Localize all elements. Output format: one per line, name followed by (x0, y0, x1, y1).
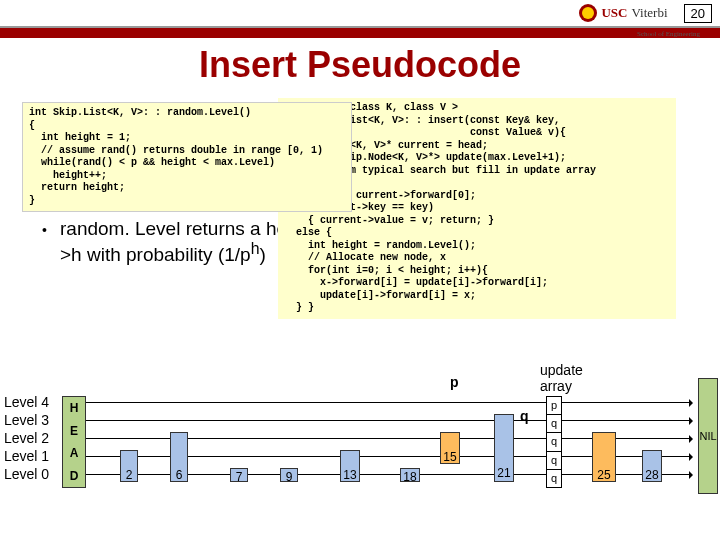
line-lvl4 (86, 402, 692, 403)
q-label: q (520, 408, 529, 424)
level-1-label: Level 1 (4, 448, 49, 464)
line-lvl3 (86, 420, 692, 421)
node-28: 28 (642, 450, 662, 482)
update-cell-0: q (547, 470, 561, 487)
node-6-val: 6 (171, 467, 187, 483)
level-0-label: Level 0 (4, 466, 49, 482)
skiplist-diagram: Level 4 Level 3 Level 2 Level 1 Level 0 … (0, 370, 720, 540)
header-bar: USC Viterbi 20 (0, 0, 720, 28)
node-2: 2 (120, 450, 138, 482)
head-D: D (70, 469, 79, 483)
update-cell-3: q (547, 415, 561, 433)
node-13-val: 13 (341, 467, 359, 483)
update-cell-2: q (547, 433, 561, 451)
level-3-label: Level 3 (4, 412, 49, 428)
head-H: H (70, 401, 79, 415)
node-28-val: 28 (643, 467, 661, 483)
node-2-val: 2 (121, 467, 137, 483)
node-13: 13 (340, 450, 360, 482)
node-15-val: 15 (441, 449, 459, 465)
node-7: 7 (230, 468, 248, 482)
level-4-label: Level 4 (4, 394, 49, 410)
slide-title: Insert Pseudocode (0, 44, 720, 86)
usc-shield-icon (579, 4, 597, 22)
update-cell-1: q (547, 452, 561, 470)
logo-area: USC Viterbi (579, 4, 667, 22)
update-array: p q q q q (546, 396, 562, 488)
p-label: p (450, 374, 459, 390)
update-array-label: update array (540, 362, 583, 394)
node-21-val: 21 (495, 465, 513, 481)
accent-bar (0, 28, 720, 38)
code-random-level: int Skip.List<K, V>: : random.Level() { … (22, 102, 352, 212)
node-15: 15 (440, 432, 460, 464)
head-node: H E A D (62, 396, 86, 488)
node-18: 18 (400, 468, 420, 482)
nil-node: NIL (698, 378, 718, 494)
head-A: A (70, 446, 79, 460)
bullet-dot-icon: • (42, 222, 47, 238)
update-cell-4: p (547, 397, 561, 415)
node-21: 21 (494, 414, 514, 482)
head-E: E (70, 424, 78, 438)
school-subtext: School of Engineering (637, 30, 700, 38)
node-6: 6 (170, 432, 188, 482)
page-number: 20 (684, 4, 712, 23)
node-25-val: 25 (593, 467, 615, 483)
viterbi-text: Viterbi (631, 5, 667, 21)
level-2-label: Level 2 (4, 430, 49, 446)
usc-text: USC (601, 5, 627, 21)
node-25: 25 (592, 432, 616, 482)
node-9: 9 (280, 468, 298, 482)
bullet-post: ) (259, 244, 265, 265)
